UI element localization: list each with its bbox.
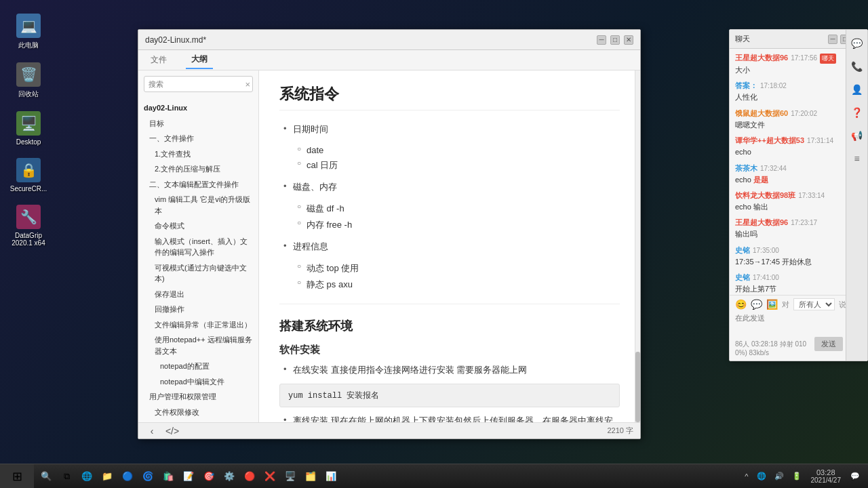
chat-msg-2: 答案： 17:18:02 人性化 bbox=[735, 81, 843, 102]
chat-tool-3[interactable]: 🖼️ bbox=[766, 299, 778, 310]
msg-text-1: 大小 bbox=[735, 65, 843, 75]
nav-item-textedit[interactable]: 二、文本编辑配置文件操作 bbox=[138, 177, 258, 192]
editor-titlebar: day02-Linux.md* ─ □ ✕ bbox=[138, 30, 640, 50]
taskbar-vscode[interactable]: 📝 bbox=[179, 467, 198, 486]
section1-sub-datetime: date cal 日历 bbox=[279, 143, 620, 174]
msg-name-7: 王星超大数据96 bbox=[735, 218, 788, 228]
desktop-icon-computer[interactable]: 💻 此电脑 bbox=[8, 14, 49, 50]
taskbar-item9[interactable]: ⚙️ bbox=[220, 467, 239, 486]
chat-msg-9: 史铭 17:41:00 开始上第7节 bbox=[735, 272, 843, 294]
taskbar-item12[interactable]: 🖥️ bbox=[281, 467, 300, 486]
send-button[interactable]: 发送 bbox=[814, 337, 843, 351]
scrollbar-thumb[interactable] bbox=[635, 352, 640, 422]
chat-tool-2[interactable]: 💬 bbox=[751, 299, 762, 310]
tray-battery[interactable]: 🔋 bbox=[789, 472, 804, 481]
tray-chevron[interactable]: ^ bbox=[742, 472, 751, 481]
section1-item-disk: 磁盘、内存 bbox=[279, 179, 620, 195]
msg-name-1: 王星超大数据96 bbox=[735, 53, 788, 63]
nav-item-root[interactable]: day02-Linux bbox=[138, 100, 258, 116]
msg-header-8: 史铭 17:35:00 bbox=[735, 245, 843, 256]
msg-time-8: 17:35:00 bbox=[753, 247, 779, 254]
nav-item-goal[interactable]: 目标 bbox=[138, 116, 258, 131]
desktop: 💻 此电脑 🗑️ 回收站 🖥️ Desktop 🔒 SecureCR... 🔧 … bbox=[0, 0, 868, 488]
taskbar-clock[interactable]: 03:28 2021/4/27 bbox=[807, 468, 846, 484]
desktop-icon-securecrt[interactable]: 🔒 SecureCR... bbox=[8, 158, 49, 192]
taskbar-store[interactable]: 🛍️ bbox=[159, 467, 178, 486]
msg-name-9: 史铭 bbox=[735, 272, 750, 283]
desktop-icon-recycle[interactable]: 🗑️ 回收站 bbox=[8, 62, 49, 99]
taskbar-chrome[interactable]: 🔵 bbox=[118, 467, 137, 486]
msg-text-7: 输出吗 bbox=[735, 229, 843, 239]
chat-sidebar: 💬 📞 👤 ❓ 📢 ≡ bbox=[846, 30, 867, 361]
desktop-icon-datagrip[interactable]: 🔧 DataGrip 2020.1 x64 bbox=[8, 205, 49, 247]
taskbar-ie[interactable]: 🌀 bbox=[138, 467, 157, 486]
nav-item-fileerror[interactable]: 文件编辑异常（非正常退出） bbox=[138, 317, 258, 333]
editor-title: day02-Linux.md* bbox=[145, 35, 206, 45]
taskbar-item10[interactable]: 🔴 bbox=[240, 467, 259, 486]
nav-item-compress[interactable]: 2.文件的压缩与解压 bbox=[138, 161, 258, 177]
nav-item-notepadconfig[interactable]: notepad的配置 bbox=[138, 359, 258, 374]
section1-item-datetime: 日期时间 bbox=[279, 121, 620, 138]
nav-item-usermgmt[interactable]: 用户管理和权限管理 bbox=[138, 389, 258, 405]
sub-item-date: date bbox=[279, 143, 620, 157]
minimize-button[interactable]: ─ bbox=[597, 35, 606, 45]
taskbar-edge[interactable]: 🌐 bbox=[77, 467, 96, 486]
taskbar-file-explorer[interactable]: 📁 bbox=[98, 467, 117, 486]
taskbar-search[interactable]: 🔍 bbox=[37, 467, 56, 486]
nav-item-fileperm[interactable]: 文件权限修改 bbox=[138, 405, 258, 420]
nav-item-undo[interactable]: 回撤操作 bbox=[138, 302, 258, 317]
msg-text-2: 人性化 bbox=[735, 92, 843, 102]
nav-item-notepad[interactable]: 使用notepad++ 远程编辑服务器文本 bbox=[138, 332, 258, 359]
scrollbar-track[interactable] bbox=[635, 70, 640, 422]
chat-icon-phone[interactable]: 📞 bbox=[849, 58, 865, 75]
window-buttons: ─ □ ✕ bbox=[597, 35, 633, 45]
nav-item-notepadfile[interactable]: notepad中编辑文件 bbox=[138, 374, 258, 390]
chat-tools: 😊 💬 🖼️ 对 所有人 说 bbox=[735, 298, 843, 310]
taskbar-item13[interactable]: 🗂️ bbox=[301, 467, 320, 486]
chat-icon-help[interactable]: ❓ bbox=[849, 104, 865, 121]
msg-text-8: 17:35→17:45 开始休息 bbox=[735, 257, 843, 267]
section-divider bbox=[279, 304, 620, 304]
chat-minimize-button[interactable]: ─ bbox=[828, 35, 837, 44]
tray-network[interactable]: 🌐 bbox=[754, 472, 769, 481]
nav-item-saveexit[interactable]: 保存退出 bbox=[138, 287, 258, 302]
editor-main[interactable]: 系统指令 日期时间 date cal 日历 磁盘、内存 磁盘 df -h bbox=[259, 70, 640, 422]
chat-icon-more[interactable]: ≡ bbox=[849, 150, 865, 167]
emoji-button[interactable]: 😊 bbox=[735, 299, 747, 310]
nav-code-button[interactable]: </> bbox=[165, 424, 179, 438]
recipient-select[interactable]: 所有人 bbox=[793, 298, 835, 310]
install-item-online: 在线安装 直接使用指令连接网络进行安装 需要服务器能上网 bbox=[279, 362, 620, 378]
chat-input[interactable] bbox=[735, 313, 843, 335]
nav-prev-button[interactable]: ‹ bbox=[145, 424, 159, 438]
nav-item-vim[interactable]: vim 编辑工具 它是vi的升级版本 bbox=[138, 192, 258, 218]
close-button[interactable]: ✕ bbox=[624, 35, 633, 45]
clear-search-button[interactable]: × bbox=[245, 79, 250, 89]
taskbar-item11[interactable]: ❌ bbox=[260, 467, 279, 486]
taskbar-task-view[interactable]: ⧉ bbox=[57, 467, 76, 486]
chat-icon-msg[interactable]: 💬 bbox=[849, 35, 865, 52]
tab-outline[interactable]: 大纲 bbox=[186, 51, 213, 69]
search-input[interactable] bbox=[144, 76, 253, 92]
msg-highlight-5: 是题 bbox=[753, 176, 768, 184]
section1-sub-disk: 磁盘 df -h 内存 free -h bbox=[279, 201, 620, 233]
tray-volume[interactable]: 🔊 bbox=[772, 472, 787, 481]
taskbar-item14[interactable]: 📊 bbox=[321, 467, 340, 486]
nav-item-inputmode[interactable]: 输入模式（insert、插入）文件的编辑写入操作 bbox=[138, 234, 258, 260]
editor-footer: ‹ </> 2210 字 bbox=[138, 422, 640, 439]
chat-icon-notice[interactable]: 📢 bbox=[849, 127, 865, 144]
taskbar-item8[interactable]: 🎯 bbox=[199, 467, 218, 486]
chat-msg-3: 饿鼠超大数据60 17:20:02 嗯嗯文件 bbox=[735, 108, 843, 130]
tray-notification[interactable]: 💬 bbox=[848, 472, 863, 481]
start-button[interactable]: ⊞ bbox=[0, 464, 34, 489]
nav-item-visualmode[interactable]: 可视模式(通过方向键选中文本) bbox=[138, 260, 258, 287]
maximize-button[interactable]: □ bbox=[610, 35, 620, 45]
chat-icon-user[interactable]: 👤 bbox=[849, 81, 865, 98]
desktop-icon-desktop[interactable]: 🖥️ Desktop bbox=[8, 111, 49, 146]
icon-label-datagrip: DataGrip 2020.1 x64 bbox=[8, 232, 49, 247]
nav-item-cmdmode[interactable]: 命令模式 bbox=[138, 218, 258, 234]
section1-list-disk: 磁盘、内存 bbox=[279, 179, 620, 195]
nav-item-fileops[interactable]: 一、文件操作 bbox=[138, 131, 258, 146]
chat-msg-4: 谭华学++超大数据53 17:31:14 echo bbox=[735, 136, 843, 157]
tab-file[interactable]: 文件 bbox=[145, 52, 172, 68]
nav-item-filesearch[interactable]: 1.文件查找 bbox=[138, 146, 258, 162]
